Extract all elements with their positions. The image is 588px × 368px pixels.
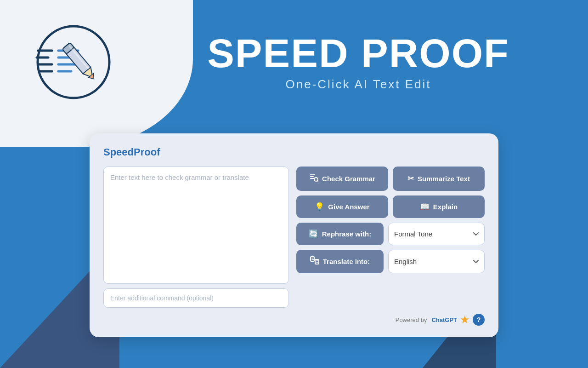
summarize-text-button[interactable]: ✂ Summarize Text	[393, 167, 485, 191]
give-answer-button[interactable]: 💡 Give Answer	[296, 196, 388, 218]
tone-select[interactable]: Formal Tone Casual Tone Professional Ton…	[388, 223, 485, 245]
card-footer: Powered by ChatGPT ★ ?	[103, 313, 485, 326]
help-label: ?	[477, 316, 481, 323]
help-button[interactable]: ?	[473, 314, 485, 326]
powered-by-label: Powered by	[396, 316, 427, 323]
svg-line-18	[317, 181, 318, 182]
check-grammar-icon	[309, 173, 318, 184]
main-card: SpeedProof	[90, 133, 498, 337]
header: SPEED PROOF One-Click AI Text Edit	[0, 0, 588, 124]
logo-area	[0, 23, 147, 101]
language-select[interactable]: English Spanish French German Italian Po…	[388, 250, 485, 273]
check-grammar-button[interactable]: Check Grammar	[296, 167, 388, 191]
explain-label: Explain	[433, 203, 458, 211]
additional-command-input[interactable]	[103, 288, 289, 308]
rephrase-label: Rephrase with:	[322, 230, 372, 238]
give-answer-label: Give Answer	[328, 203, 369, 211]
app-subtitle: One-Click AI Text Edit	[286, 77, 431, 92]
give-answer-icon: 💡	[315, 202, 324, 212]
star-icon[interactable]: ★	[460, 313, 470, 326]
rephrase-row: 🔄 Rephrase with: Formal Tone Casual Tone…	[296, 223, 485, 245]
left-panel	[103, 167, 289, 308]
rephrase-button[interactable]: 🔄 Rephrase with:	[296, 223, 384, 245]
main-text-input[interactable]	[103, 167, 289, 284]
svg-rect-16	[310, 178, 314, 179]
btn-row-2: 💡 Give Answer 📖 Explain	[296, 196, 485, 218]
svg-rect-19	[311, 257, 314, 261]
rephrase-icon: 🔄	[309, 229, 318, 239]
summarize-icon: ✂	[407, 174, 414, 184]
title-area: SPEED PROOF One-Click AI Text Edit	[147, 33, 588, 92]
btn-row-1: Check Grammar ✂ Summarize Text	[296, 167, 485, 191]
translate-label: Translate into:	[323, 258, 370, 265]
app-title: SPEED PROOF	[207, 33, 509, 74]
summarize-label: Summarize Text	[418, 175, 470, 183]
svg-rect-15	[310, 176, 314, 177]
check-grammar-label: Check Grammar	[322, 175, 375, 183]
right-panel: Check Grammar ✂ Summarize Text 💡 Give An…	[296, 167, 485, 308]
translate-button[interactable]: Translate into:	[296, 250, 384, 273]
card-title: SpeedProof	[103, 146, 485, 158]
chatgpt-label: ChatGPT	[431, 316, 457, 323]
svg-rect-20	[315, 259, 319, 264]
translate-row: Translate into: English Spanish French G…	[296, 250, 485, 273]
translate-icon	[310, 256, 319, 267]
svg-rect-14	[310, 174, 315, 175]
card-body: Check Grammar ✂ Summarize Text 💡 Give An…	[103, 167, 485, 308]
explain-icon: 📖	[420, 202, 430, 212]
explain-button[interactable]: 📖 Explain	[393, 196, 485, 218]
app-logo	[34, 23, 113, 101]
